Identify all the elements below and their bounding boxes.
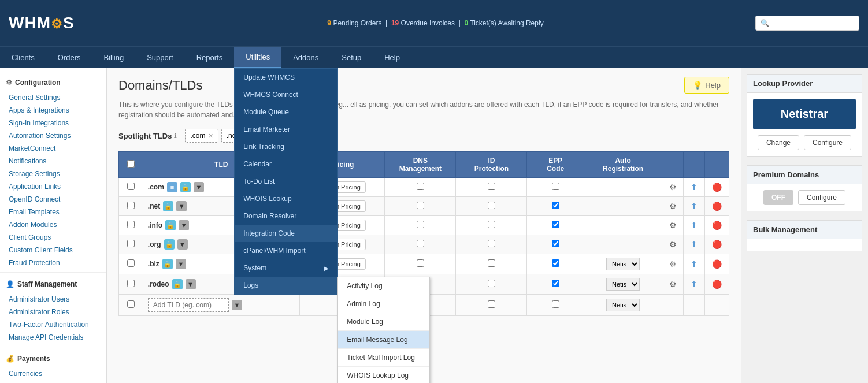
menu-calendar[interactable]: Calendar xyxy=(235,155,337,173)
del-btn-org[interactable]: 🔴 xyxy=(712,240,722,249)
sidebar-item-general-settings[interactable]: General Settings xyxy=(0,91,106,104)
tld-arrow-btn-org[interactable]: ▼ xyxy=(177,239,188,250)
submenu-admin-log[interactable]: Admin Log xyxy=(338,295,429,313)
up-btn-com[interactable]: ⬆ xyxy=(691,183,698,192)
epp-checkbox-net[interactable] xyxy=(552,202,559,209)
dns-checkbox-biz[interactable] xyxy=(417,259,424,267)
sidebar-item-payment-gateways[interactable]: Payment Gateways xyxy=(0,380,106,383)
sidebar-item-sign-in-integrations[interactable]: Sign-In Integrations xyxy=(0,117,106,129)
submenu-module-log[interactable]: Module Log xyxy=(338,313,429,331)
epp-checkbox-com[interactable] xyxy=(552,183,559,190)
menu-link-tracking[interactable]: Link Tracking xyxy=(235,138,337,155)
nav-item-utilities[interactable]: Utilities xyxy=(234,47,281,68)
idp-checkbox-org[interactable] xyxy=(488,240,495,247)
menu-email-marketer[interactable]: Email Marketer xyxy=(235,121,337,138)
menu-whois-lookup[interactable]: WHOIS Lookup xyxy=(235,190,337,207)
gear-btn-com[interactable]: ⚙ xyxy=(669,183,677,192)
menu-cpanel-whm-import[interactable]: cPanel/WHM Import xyxy=(235,242,337,259)
sidebar-item-marketconnect[interactable]: MarketConnect xyxy=(0,142,106,155)
dns-checkbox-com[interactable] xyxy=(417,183,424,190)
del-btn-biz[interactable]: 🔴 xyxy=(712,259,722,269)
del-btn-com[interactable]: 🔴 xyxy=(712,183,722,192)
submenu-whois-lookup-log[interactable]: WHOIS Lookup Log xyxy=(338,367,429,383)
tld-arrow-btn-net[interactable]: ▼ xyxy=(176,201,187,211)
gear-btn-info[interactable]: ⚙ xyxy=(669,221,677,230)
up-btn-info[interactable]: ⬆ xyxy=(691,221,698,230)
idp-checkbox-rodeo[interactable] xyxy=(488,280,495,287)
gear-btn-org[interactable]: ⚙ xyxy=(669,240,677,249)
add-idp-checkbox[interactable] xyxy=(488,300,495,308)
checkbox-rodeo[interactable] xyxy=(127,280,135,287)
sidebar-item-addon-modules[interactable]: Addon Modules xyxy=(0,218,106,231)
remove-tld-com[interactable]: × xyxy=(208,132,213,140)
lookup-configure-btn[interactable]: Configure xyxy=(804,135,851,150)
tld-lock-btn-rodeo[interactable]: 🔒 xyxy=(172,279,183,289)
tld-arrow-btn-biz[interactable]: ▼ xyxy=(176,259,186,269)
epp-checkbox-info[interactable] xyxy=(552,221,559,228)
tld-lock-btn-com[interactable]: 🔒 xyxy=(180,182,191,192)
nav-item-billing[interactable]: Billing xyxy=(92,47,135,68)
premium-toggle-btn[interactable]: OFF xyxy=(763,190,793,205)
gear-btn-net[interactable]: ⚙ xyxy=(669,202,677,211)
idp-checkbox-com[interactable] xyxy=(488,183,495,190)
add-tld-arrow-btn[interactable]: ▼ xyxy=(232,300,242,310)
tld-arrow-btn-com[interactable]: ▼ xyxy=(194,182,204,192)
sidebar-item-custom-client-fields[interactable]: Custom Client Fields xyxy=(0,244,106,256)
sidebar-item-automation-settings[interactable]: Automation Settings xyxy=(0,129,106,142)
menu-module-queue[interactable]: Module Queue xyxy=(235,103,337,121)
nav-item-clients[interactable]: Clients xyxy=(0,47,46,68)
epp-checkbox-org[interactable] xyxy=(552,240,559,247)
sidebar-item-email-templates[interactable]: Email Templates xyxy=(0,206,106,218)
del-btn-rodeo[interactable]: 🔴 xyxy=(712,280,722,289)
sidebar-item-application-links[interactable]: Application Links xyxy=(0,180,106,193)
sidebar-item-openid-connect[interactable]: OpenID Connect xyxy=(0,193,106,206)
nav-item-addons[interactable]: Addons xyxy=(281,47,330,68)
select-all-checkbox[interactable] xyxy=(127,160,135,168)
sidebar-item-client-groups[interactable]: Client Groups xyxy=(0,231,106,244)
checkbox-biz[interactable] xyxy=(127,259,135,267)
tld-icon-btn-com[interactable]: ≡ xyxy=(167,182,177,192)
gear-btn-rodeo[interactable]: ⚙ xyxy=(669,280,677,289)
add-tld-checkbox[interactable] xyxy=(127,300,135,308)
sidebar-item-fraud-protection[interactable]: Fraud Protection xyxy=(0,256,106,269)
autoreg-select-biz[interactable]: Netis xyxy=(606,258,640,270)
tld-arrow-btn-info[interactable]: ▼ xyxy=(179,220,189,230)
submenu-email-message-log[interactable]: Email Message Log xyxy=(338,331,429,349)
tld-lock-btn-biz[interactable]: 🔒 xyxy=(162,259,173,269)
help-button[interactable]: 💡 Help xyxy=(684,77,729,94)
sidebar-item-apps-integrations[interactable]: Apps & Integrations xyxy=(0,104,106,117)
menu-logs[interactable]: Logs Activity Log Admin Log Module Log E… xyxy=(235,277,337,294)
tld-lock-btn-net[interactable]: 🔒 xyxy=(163,201,173,211)
idp-checkbox-info[interactable] xyxy=(488,221,495,228)
menu-system[interactable]: System ▶ xyxy=(235,259,337,277)
nav-item-reports[interactable]: Reports xyxy=(185,47,235,68)
menu-update-whmcs[interactable]: Update WHMCS xyxy=(235,69,337,86)
del-btn-net[interactable]: 🔴 xyxy=(712,202,722,211)
del-btn-info[interactable]: 🔴 xyxy=(712,221,722,230)
submenu-activity-log[interactable]: Activity Log xyxy=(338,277,429,295)
up-btn-org[interactable]: ⬆ xyxy=(691,240,698,249)
checkbox-net[interactable] xyxy=(127,202,135,209)
epp-checkbox-rodeo[interactable] xyxy=(552,280,559,287)
sidebar-item-two-factor[interactable]: Two-Factor Authentication xyxy=(0,318,106,331)
sidebar-item-api-credentials[interactable]: Manage API Credentials xyxy=(0,331,106,344)
autoreg-select-rodeo[interactable]: Netis xyxy=(606,278,640,291)
menu-domain-resolver[interactable]: Domain Resolver xyxy=(235,207,337,225)
up-btn-rodeo[interactable]: ⬆ xyxy=(691,280,698,289)
dns-checkbox-org[interactable] xyxy=(417,240,424,247)
checkbox-org[interactable] xyxy=(127,240,135,247)
dns-checkbox-info[interactable] xyxy=(417,221,424,228)
nav-item-support[interactable]: Support xyxy=(135,47,185,68)
idp-checkbox-net[interactable] xyxy=(488,202,495,209)
sidebar-item-notifications[interactable]: Notifications xyxy=(0,155,106,168)
checkbox-com[interactable] xyxy=(127,183,135,190)
sidebar-item-admin-users[interactable]: Administrator Users xyxy=(0,293,106,306)
premium-configure-btn[interactable]: Configure xyxy=(798,190,845,205)
submenu-ticket-mail-import-log[interactable]: Ticket Mail Import Log xyxy=(338,349,429,367)
tld-lock-btn-org[interactable]: 🔒 xyxy=(164,239,175,250)
add-tld-input[interactable] xyxy=(148,298,229,312)
tld-lock-btn-info[interactable]: 🔒 xyxy=(165,220,176,230)
sidebar-item-currencies[interactable]: Currencies xyxy=(0,367,106,380)
nav-item-setup[interactable]: Setup xyxy=(330,47,373,68)
menu-whmcs-connect[interactable]: WHMCS Connect xyxy=(235,86,337,103)
